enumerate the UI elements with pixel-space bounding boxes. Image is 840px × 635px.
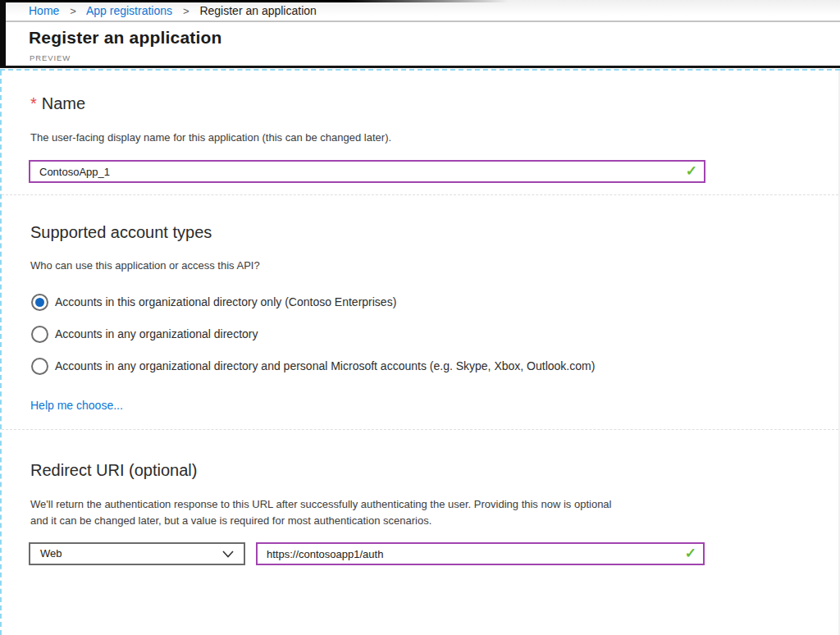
preview-badge: PREVIEW: [30, 53, 71, 62]
chevron-down-icon: [222, 550, 234, 558]
radio-unselected-icon: [31, 326, 48, 343]
section-separator: [2, 429, 838, 430]
name-section-title: *Name: [30, 94, 85, 113]
redirect-uri-title: Redirect URI (optional): [30, 461, 197, 480]
required-asterisk: *: [30, 94, 37, 112]
register-application-page: Home > App registrations > Register an a…: [0, 0, 840, 635]
window-edge-top: [0, 0, 509, 2]
account-types-title: Supported account types: [30, 223, 212, 242]
valid-check-icon: ✓: [685, 546, 696, 560]
breadcrumb-separator-icon: >: [70, 5, 76, 17]
breadcrumb-current-page: Register an application: [199, 4, 316, 17]
name-input-box: ✓: [29, 160, 705, 183]
redirect-uri-input[interactable]: [258, 544, 703, 564]
name-input[interactable]: [30, 162, 704, 181]
radio-selected-icon: [31, 294, 48, 311]
radio-option-label: Accounts in any organizational directory: [55, 327, 258, 340]
header-divider: [0, 66, 840, 68]
radio-option-any-directory[interactable]: Accounts in any organizational directory: [31, 324, 258, 344]
breadcrumb-app-registrations[interactable]: App registrations: [86, 4, 172, 17]
help-me-choose-link[interactable]: Help me choose...: [30, 399, 123, 412]
redirect-uri-description: We'll return the authentication response…: [30, 496, 611, 529]
name-description: The user-facing display name for this ap…: [30, 130, 391, 146]
radio-option-label: Accounts in this organizational director…: [55, 295, 396, 308]
blade-content: *Name The user-facing display name for t…: [0, 71, 840, 635]
radio-option-any-directory-personal[interactable]: Accounts in any organizational directory…: [31, 356, 595, 376]
valid-check-icon: ✓: [686, 164, 697, 178]
radio-option-this-directory[interactable]: Accounts in this organizational director…: [31, 292, 396, 312]
radio-unselected-icon: [31, 358, 48, 375]
radio-option-label: Accounts in any organizational directory…: [55, 359, 595, 372]
account-types-question: Who can use this application or access t…: [30, 258, 260, 274]
breadcrumb-separator-icon: >: [183, 5, 189, 17]
blade-header: Register an application PREVIEW: [0, 24, 840, 66]
section-separator: [2, 194, 838, 195]
page-title: Register an application: [29, 28, 222, 48]
redirect-platform-value: Web: [40, 544, 62, 564]
redirect-uri-input-box: ✓: [256, 542, 705, 565]
redirect-uri-description-line2: and it can be changed later, but a value…: [30, 513, 611, 529]
window-edge-left: [0, 0, 6, 67]
redirect-platform-select[interactable]: Web: [29, 542, 245, 565]
breadcrumb: Home > App registrations > Register an a…: [0, 0, 840, 22]
redirect-uri-description-line1: We'll return the authentication response…: [30, 496, 611, 513]
breadcrumb-home[interactable]: Home: [29, 4, 59, 17]
name-section-title-text: Name: [42, 94, 85, 112]
